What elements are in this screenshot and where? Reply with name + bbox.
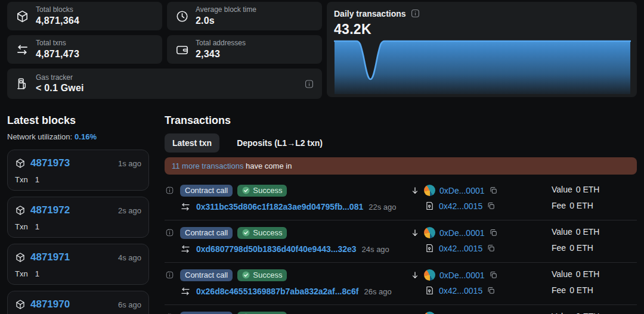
txn-value: Value0 ETH <box>552 227 637 237</box>
copy-icon[interactable] <box>487 201 496 210</box>
block-card[interactable]: 4871971 4s ago Txn 1 <box>7 244 149 285</box>
cube-icon <box>15 158 26 169</box>
transaction-row: Contract call Success 0x311bc35d806c1f18… <box>165 178 637 220</box>
txn-fee: Fee0 ETH <box>552 201 637 210</box>
txn-status-badge: Success <box>237 312 287 314</box>
cube-icon <box>15 299 26 310</box>
stat-value: 2,343 <box>196 48 246 60</box>
check-circle-icon <box>242 271 250 279</box>
copy-icon[interactable] <box>487 244 496 253</box>
txn-status-badge: Success <box>237 269 287 281</box>
more-transactions-link[interactable]: 11 more transactions <box>172 161 243 170</box>
block-number-link[interactable]: 4871972 <box>30 204 70 216</box>
cube-icon <box>15 252 26 263</box>
dashboard-page: Total blocks 4,871,364 Average block tim… <box>0 0 644 314</box>
stat-value: 2.0s <box>196 15 256 27</box>
block-age: 4s ago <box>118 253 141 262</box>
info-icon[interactable] <box>410 8 420 18</box>
transactions-tabs: Latest txn Deposits (L1→L2 txn) <box>165 133 637 153</box>
gas-pump-icon <box>16 77 29 91</box>
to-address-link[interactable]: 0x42...0015 <box>439 286 482 296</box>
txn-value: Value0 ETH <box>552 312 637 314</box>
address-avatar <box>424 185 435 196</box>
txn-age: 22s ago <box>369 203 396 212</box>
txn-age: 24s ago <box>362 245 389 254</box>
down-arrow-icon <box>410 271 420 280</box>
stat-card-average-block-time: Average block time 2.0s <box>167 2 322 30</box>
txn-type-badge: Contract call <box>180 185 233 197</box>
address-avatar <box>424 269 435 281</box>
blocks-list: 4871973 1s ago Txn 1 4871972 2s <box>7 150 149 314</box>
address-avatar <box>424 312 435 314</box>
stats-left-column: Total blocks 4,871,364 Average block tim… <box>7 2 322 99</box>
txn-age: 26s ago <box>364 287 391 296</box>
gas-tracker-card[interactable]: Gas tracker < 0.1 Gwei <box>7 69 322 99</box>
txn-type-badge: Contract call <box>180 227 233 239</box>
block-txn-label: Txn <box>15 222 28 231</box>
contract-icon <box>425 201 435 211</box>
chart-current-value: 43.2K <box>334 21 631 38</box>
block-txn-count[interactable]: 1 <box>35 222 39 231</box>
check-circle-icon <box>242 186 250 194</box>
copy-icon[interactable] <box>489 271 498 279</box>
from-address-link[interactable]: 0xDe...0001 <box>439 271 485 280</box>
block-card[interactable]: 4871972 2s ago Txn 1 <box>7 197 149 238</box>
stat-card-total-blocks: Total blocks 4,871,364 <box>7 2 162 30</box>
stat-value: 4,871,364 <box>36 15 79 27</box>
transactions-list: Contract call Success 0x311bc35d806c1f18… <box>165 178 637 314</box>
network-utilization: Network utilization:0.16% <box>7 132 149 141</box>
from-address-link[interactable]: 0xDe...0001 <box>439 186 485 195</box>
info-icon[interactable] <box>165 227 175 237</box>
transfer-arrows-icon <box>180 286 191 297</box>
stats-grid: Total blocks 4,871,364 Average block tim… <box>7 2 322 64</box>
copy-icon[interactable] <box>489 228 498 237</box>
gas-tracker-value: < 0.1 Gwei <box>36 82 84 94</box>
block-number-link[interactable]: 4871970 <box>30 299 70 310</box>
to-address-link[interactable]: 0x42...0015 <box>439 244 482 253</box>
txn-fee: Fee0 ETH <box>552 285 637 295</box>
transfer-arrows-icon <box>16 43 29 57</box>
contract-icon <box>425 285 435 296</box>
down-arrow-icon <box>410 186 420 195</box>
latest-blocks-section: Latest blocks Network utilization:0.16% … <box>7 114 149 314</box>
tab[interactable]: Latest txn <box>165 133 219 153</box>
txn-value: Value0 ETH <box>552 269 637 279</box>
cube-icon <box>15 205 26 216</box>
txn-hash-link[interactable]: 0x26d8c46551369887b7aba832a2af...8c6f <box>196 287 358 296</box>
block-age: 2s ago <box>118 206 141 215</box>
to-address-link[interactable]: 0x42...0015 <box>439 201 482 211</box>
block-age: 6s ago <box>118 300 141 309</box>
txn-hash-link[interactable]: 0xd6807798d50b1836d40f40e9443...32e3 <box>196 244 357 254</box>
transactions-title: Transactions <box>165 114 637 127</box>
info-icon[interactable] <box>165 312 175 314</box>
contract-icon <box>425 243 435 253</box>
block-number-link[interactable]: 4871971 <box>30 251 70 263</box>
txn-type-badge: Contract call <box>180 269 233 281</box>
info-icon[interactable] <box>165 269 175 279</box>
stat-label: Average block time <box>196 5 256 15</box>
info-icon[interactable] <box>304 79 314 89</box>
daily-transactions-chart[interactable] <box>334 39 631 94</box>
check-circle-icon <box>242 229 250 237</box>
txn-hash-link[interactable]: 0x311bc35d806c1f182a3ae9d04795fb...081 <box>196 202 363 212</box>
network-utilization-value: 0.16% <box>75 132 97 141</box>
block-card[interactable]: 4871970 6s ago Txn 1 <box>7 291 149 314</box>
new-transactions-alert: 11 more transactions have come in <box>165 157 637 175</box>
info-icon[interactable] <box>165 185 175 195</box>
block-card[interactable]: 4871973 1s ago Txn 1 <box>7 150 149 191</box>
txn-status-badge: Success <box>237 227 287 239</box>
from-address-link[interactable]: 0xDe...0001 <box>439 228 485 238</box>
stat-card-total-txns: Total txns 4,871,473 <box>7 35 162 64</box>
copy-icon[interactable] <box>489 186 498 195</box>
block-txn-count[interactable]: 1 <box>35 175 39 184</box>
block-txn-label: Txn <box>15 269 28 278</box>
tab[interactable]: Deposits (L1→L2 txn) <box>229 133 330 153</box>
block-txn-count[interactable]: 1 <box>35 269 39 278</box>
block-txn-label: Txn <box>15 175 28 184</box>
wallet-icon <box>175 43 189 57</box>
stat-card-total-addresses: Total addresses 2,343 <box>167 35 322 64</box>
copy-icon[interactable] <box>487 286 496 295</box>
daily-transactions-card: Daily transactions 43.2K <box>327 2 637 97</box>
block-number-link[interactable]: 4871973 <box>30 157 70 169</box>
txn-fee: Fee0 ETH <box>552 243 637 253</box>
